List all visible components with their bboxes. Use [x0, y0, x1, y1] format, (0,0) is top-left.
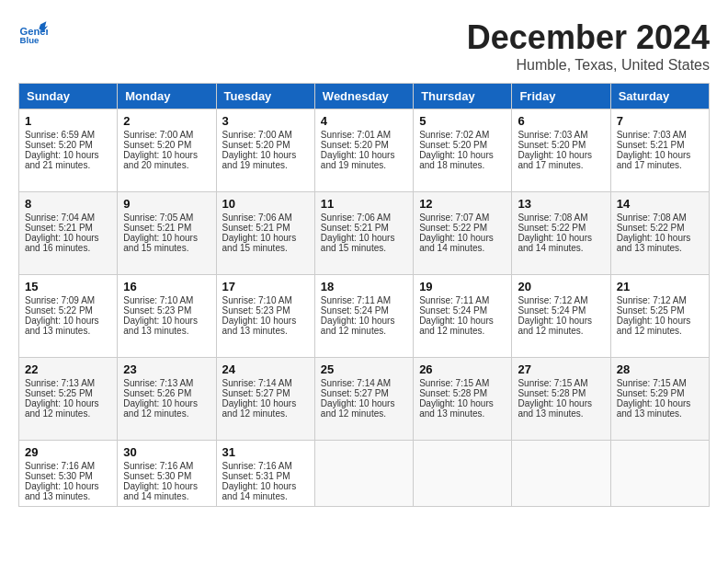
- day-info-line: Sunset: 5:20 PM: [419, 140, 506, 150]
- day-info-line: and 13 minutes.: [123, 326, 210, 336]
- calendar-cell: 14Sunrise: 7:08 AMSunset: 5:22 PMDayligh…: [610, 192, 709, 275]
- day-info-line: and 13 minutes.: [25, 326, 111, 336]
- day-info-line: Sunrise: 7:11 AM: [321, 295, 407, 305]
- day-info-line: Sunrise: 7:08 AM: [617, 213, 703, 223]
- calendar-cell: 10Sunrise: 7:06 AMSunset: 5:21 PMDayligh…: [216, 192, 314, 275]
- calendar-cell: 24Sunrise: 7:14 AMSunset: 5:27 PMDayligh…: [216, 358, 314, 441]
- calendar-cell: 27Sunrise: 7:15 AMSunset: 5:28 PMDayligh…: [512, 358, 610, 441]
- day-info-line: Sunrise: 7:08 AM: [518, 213, 604, 223]
- day-number: 25: [321, 362, 407, 376]
- day-info-line: Sunset: 5:27 PM: [222, 388, 309, 398]
- day-info-line: Daylight: 10 hours: [321, 316, 407, 326]
- day-info-line: Sunset: 5:20 PM: [25, 140, 111, 150]
- day-info-line: Sunrise: 7:15 AM: [617, 378, 703, 388]
- day-info-line: Daylight: 10 hours: [123, 233, 210, 243]
- day-info-line: Sunrise: 7:03 AM: [518, 130, 604, 140]
- day-info-line: Daylight: 10 hours: [321, 398, 407, 408]
- day-number: 20: [518, 280, 604, 293]
- day-info-line: and 14 minutes.: [419, 243, 506, 253]
- calendar-body: 1Sunrise: 6:59 AMSunset: 5:20 PMDaylight…: [19, 109, 710, 507]
- day-number: 1: [25, 114, 111, 128]
- day-info-line: Daylight: 10 hours: [321, 150, 407, 160]
- day-info-line: Sunrise: 6:59 AM: [25, 130, 111, 140]
- calendar-cell: 4Sunrise: 7:01 AMSunset: 5:20 PMDaylight…: [314, 109, 413, 192]
- day-info-line: Sunrise: 7:10 AM: [222, 295, 309, 305]
- day-info-line: Daylight: 10 hours: [419, 150, 506, 160]
- calendar-cell: 20Sunrise: 7:12 AMSunset: 5:24 PMDayligh…: [512, 275, 610, 358]
- day-number: 10: [222, 197, 309, 211]
- day-number: 16: [123, 280, 210, 293]
- day-number: 13: [518, 197, 604, 211]
- day-number: 3: [222, 114, 309, 128]
- day-info-line: Daylight: 10 hours: [25, 233, 111, 243]
- day-number: 26: [419, 362, 506, 376]
- day-number: 4: [321, 114, 407, 128]
- day-info-line: and 15 minutes.: [222, 243, 309, 253]
- day-number: 30: [123, 445, 210, 459]
- day-info-line: Daylight: 10 hours: [222, 150, 309, 160]
- calendar-cell: 13Sunrise: 7:08 AMSunset: 5:22 PMDayligh…: [512, 192, 610, 275]
- day-number: 17: [222, 280, 309, 293]
- calendar-cell: 25Sunrise: 7:14 AMSunset: 5:27 PMDayligh…: [314, 358, 413, 441]
- day-info-line: and 19 minutes.: [222, 160, 309, 170]
- day-info-line: Sunset: 5:24 PM: [518, 305, 604, 316]
- calendar-cell: 3Sunrise: 7:00 AMSunset: 5:20 PMDaylight…: [216, 109, 314, 192]
- day-info-line: Sunrise: 7:05 AM: [123, 213, 210, 223]
- day-info-line: Sunrise: 7:09 AM: [25, 295, 111, 305]
- day-info-line: Sunset: 5:26 PM: [123, 388, 210, 398]
- day-info-line: Sunset: 5:22 PM: [25, 305, 111, 316]
- day-info-line: Daylight: 10 hours: [321, 233, 407, 243]
- day-info-line: Sunset: 5:21 PM: [617, 140, 703, 150]
- day-info-line: and 20 minutes.: [123, 160, 210, 170]
- day-info-line: Sunset: 5:21 PM: [222, 223, 309, 233]
- day-info-line: Sunset: 5:29 PM: [617, 388, 703, 398]
- day-info-line: and 21 minutes.: [25, 160, 111, 170]
- calendar-cell: 12Sunrise: 7:07 AMSunset: 5:22 PMDayligh…: [414, 192, 512, 275]
- day-info-line: Sunrise: 7:12 AM: [617, 295, 703, 305]
- day-number: 11: [321, 197, 407, 211]
- day-info-line: Sunrise: 7:14 AM: [321, 378, 407, 388]
- day-info-line: Sunrise: 7:16 AM: [222, 461, 309, 471]
- day-info-line: and 15 minutes.: [123, 243, 210, 253]
- day-header-saturday: Saturday: [610, 84, 709, 109]
- day-info-line: Sunset: 5:30 PM: [123, 471, 210, 481]
- day-number: 28: [617, 362, 703, 376]
- day-info-line: Daylight: 10 hours: [222, 316, 309, 326]
- day-info-line: Daylight: 10 hours: [518, 316, 604, 326]
- day-header-thursday: Thursday: [414, 84, 512, 109]
- day-info-line: Sunrise: 7:07 AM: [419, 213, 506, 223]
- calendar-cell: [314, 441, 413, 507]
- day-info-line: and 12 minutes.: [321, 408, 407, 419]
- day-info-line: Sunrise: 7:02 AM: [419, 130, 506, 140]
- day-info-line: Sunrise: 7:12 AM: [518, 295, 604, 305]
- day-info-line: Sunset: 5:20 PM: [321, 140, 407, 150]
- calendar-cell: 17Sunrise: 7:10 AMSunset: 5:23 PMDayligh…: [216, 275, 314, 358]
- day-info-line: Daylight: 10 hours: [419, 233, 506, 243]
- day-info-line: Sunrise: 7:04 AM: [25, 213, 111, 223]
- calendar-cell: 29Sunrise: 7:16 AMSunset: 5:30 PMDayligh…: [19, 441, 118, 507]
- month-title: December 2024: [467, 18, 710, 57]
- day-number: 15: [25, 280, 111, 293]
- day-info-line: Sunrise: 7:13 AM: [25, 378, 111, 388]
- week-row-4: 22Sunrise: 7:13 AMSunset: 5:25 PMDayligh…: [19, 358, 710, 441]
- calendar-cell: [414, 441, 512, 507]
- day-info-line: and 13 minutes.: [617, 408, 703, 419]
- logo: General Blue: [18, 18, 48, 48]
- day-info-line: Daylight: 10 hours: [617, 150, 703, 160]
- day-info-line: Daylight: 10 hours: [617, 233, 703, 243]
- day-number: 29: [25, 445, 111, 459]
- day-header-monday: Monday: [118, 84, 216, 109]
- day-info-line: Sunset: 5:24 PM: [419, 305, 506, 316]
- day-number: 27: [518, 362, 604, 376]
- day-number: 14: [617, 197, 703, 211]
- day-info-line: Sunset: 5:30 PM: [25, 471, 111, 481]
- week-row-5: 29Sunrise: 7:16 AMSunset: 5:30 PMDayligh…: [19, 441, 710, 507]
- day-info-line: Sunset: 5:28 PM: [419, 388, 506, 398]
- day-info-line: and 15 minutes.: [321, 243, 407, 253]
- location-title: Humble, Texas, United States: [467, 57, 710, 74]
- day-info-line: and 13 minutes.: [518, 408, 604, 419]
- svg-text:Blue: Blue: [20, 35, 40, 45]
- day-info-line: Sunrise: 7:00 AM: [222, 130, 309, 140]
- day-info-line: and 13 minutes.: [617, 243, 703, 253]
- calendar-cell: 11Sunrise: 7:06 AMSunset: 5:21 PMDayligh…: [314, 192, 413, 275]
